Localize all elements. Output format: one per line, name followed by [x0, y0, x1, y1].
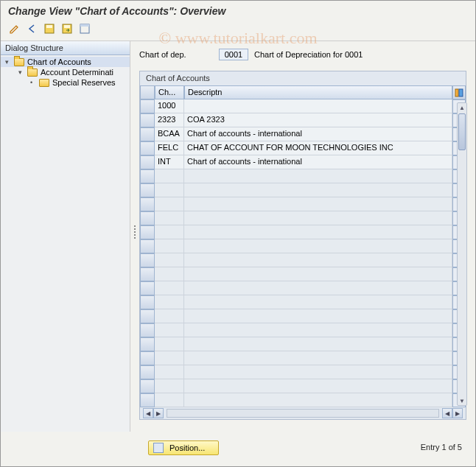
- cell-desc[interactable]: [184, 295, 452, 309]
- cell-desc[interactable]: [184, 351, 452, 365]
- cell-code[interactable]: [155, 379, 184, 393]
- table-row[interactable]: FELCCHAT OF ACCOUNT FOR MOON TECHNOLOGIE…: [140, 141, 466, 155]
- row-selector[interactable]: [140, 127, 155, 141]
- row-selector[interactable]: [140, 393, 155, 407]
- cell-desc[interactable]: Chart of accounts - international: [184, 155, 452, 169]
- cell-desc[interactable]: CHAT OF ACCOUNT FOR MOON TECHNOLOGIES IN…: [184, 141, 452, 155]
- table-row-empty[interactable]: [140, 183, 466, 197]
- cell-desc[interactable]: [184, 211, 452, 225]
- row-selector[interactable]: [140, 197, 155, 211]
- table-row-empty[interactable]: [140, 323, 466, 337]
- scroll-up-icon[interactable]: ▲: [458, 103, 466, 112]
- tree-item-chart-of-accounts[interactable]: ▾ Chart of Accounts: [1, 57, 130, 67]
- row-selector[interactable]: [140, 211, 155, 225]
- save-icon[interactable]: [42, 21, 57, 36]
- cell-code[interactable]: BCAA: [155, 127, 184, 141]
- row-selector-header[interactable]: [140, 85, 155, 99]
- cell-code[interactable]: [155, 351, 184, 365]
- position-button[interactable]: Position...: [148, 440, 219, 455]
- cell-code[interactable]: [155, 337, 184, 351]
- table-row-empty[interactable]: [140, 197, 466, 211]
- row-selector[interactable]: [140, 141, 155, 155]
- table-row[interactable]: 1000: [140, 99, 466, 113]
- scroll-right-icon[interactable]: ▶: [452, 408, 463, 418]
- table-row[interactable]: 2323COA 2323: [140, 113, 466, 127]
- cell-code[interactable]: FELC: [155, 141, 184, 155]
- table-row-empty[interactable]: [140, 393, 466, 407]
- table-row-empty[interactable]: [140, 379, 466, 393]
- tree-toggle-icon[interactable]: ▾: [5, 58, 13, 66]
- cell-desc[interactable]: [184, 169, 452, 183]
- cell-desc[interactable]: [184, 197, 452, 211]
- tree-item-special-reserves[interactable]: • Special Reserves: [1, 77, 130, 88]
- row-selector[interactable]: [140, 309, 155, 323]
- expand-icon[interactable]: [77, 21, 92, 36]
- row-selector[interactable]: [140, 99, 155, 113]
- vertical-scrollbar[interactable]: ▲ ▼: [457, 102, 467, 406]
- chart-of-dep-value[interactable]: 0001: [219, 49, 248, 60]
- cell-desc[interactable]: [184, 365, 452, 379]
- row-selector[interactable]: [140, 351, 155, 365]
- cell-desc[interactable]: Chart of accounts - international: [184, 127, 452, 141]
- cell-desc[interactable]: [184, 379, 452, 393]
- cell-code[interactable]: [155, 225, 184, 239]
- tree-toggle-icon[interactable]: ▾: [18, 69, 26, 76]
- scroll-thumb[interactable]: [458, 113, 466, 150]
- cell-desc[interactable]: COA 2323: [184, 113, 452, 127]
- row-selector[interactable]: [140, 365, 155, 379]
- column-header-code[interactable]: Ch...: [155, 85, 184, 99]
- cell-desc[interactable]: [184, 267, 452, 281]
- cell-code[interactable]: [155, 267, 184, 281]
- cell-desc[interactable]: [184, 239, 452, 253]
- row-selector[interactable]: [140, 113, 155, 127]
- cell-code[interactable]: [155, 281, 184, 295]
- table-row[interactable]: INTChart of accounts - international: [140, 155, 466, 169]
- row-selector[interactable]: [140, 281, 155, 295]
- scroll-right-icon[interactable]: ▶: [153, 408, 164, 418]
- cell-code[interactable]: [155, 169, 184, 183]
- table-row-empty[interactable]: [140, 309, 466, 323]
- horizontal-scrollbar[interactable]: ◀ ▶ ◀ ▶: [140, 407, 466, 419]
- row-selector[interactable]: [140, 169, 155, 183]
- scroll-left-icon[interactable]: ◀: [143, 408, 153, 418]
- cell-desc[interactable]: [184, 281, 452, 295]
- row-selector[interactable]: [140, 225, 155, 239]
- table-row[interactable]: BCAAChart of accounts - international: [140, 127, 466, 141]
- save-next-icon[interactable]: [60, 21, 74, 36]
- scroll-left-icon[interactable]: ◀: [442, 408, 452, 418]
- row-selector[interactable]: [140, 337, 155, 351]
- table-row-empty[interactable]: [140, 337, 466, 351]
- cell-code[interactable]: 1000: [155, 99, 184, 113]
- cell-code[interactable]: [155, 323, 184, 337]
- cell-desc[interactable]: [184, 337, 452, 351]
- cell-code[interactable]: [155, 197, 184, 211]
- table-row-empty[interactable]: [140, 281, 466, 295]
- row-selector[interactable]: [140, 155, 155, 169]
- cell-desc[interactable]: [184, 183, 452, 197]
- table-row-empty[interactable]: [140, 365, 466, 379]
- row-selector[interactable]: [140, 323, 155, 337]
- edit-icon[interactable]: [7, 21, 21, 36]
- cell-code[interactable]: [155, 365, 184, 379]
- tree-item-account-determination[interactable]: ▾ Account Determinati: [1, 67, 130, 77]
- cell-code[interactable]: [155, 253, 184, 267]
- column-header-desc[interactable]: Descriptn: [184, 85, 452, 99]
- row-selector[interactable]: [140, 239, 155, 253]
- cell-desc[interactable]: [184, 393, 452, 407]
- cell-code[interactable]: INT: [155, 155, 184, 169]
- table-row-empty[interactable]: [140, 211, 466, 225]
- cell-desc[interactable]: [184, 309, 452, 323]
- scroll-track[interactable]: [167, 409, 439, 418]
- cell-code[interactable]: [155, 239, 184, 253]
- row-selector[interactable]: [140, 379, 155, 393]
- cell-code[interactable]: [155, 393, 184, 407]
- row-selector[interactable]: [140, 267, 155, 281]
- cell-desc[interactable]: [184, 225, 452, 239]
- back-icon[interactable]: [24, 21, 39, 36]
- cell-desc[interactable]: [184, 99, 452, 113]
- row-selector[interactable]: [140, 295, 155, 309]
- cell-code[interactable]: [155, 309, 184, 323]
- cell-code[interactable]: 2323: [155, 113, 184, 127]
- table-row-empty[interactable]: [140, 295, 466, 309]
- cell-desc[interactable]: [184, 323, 452, 337]
